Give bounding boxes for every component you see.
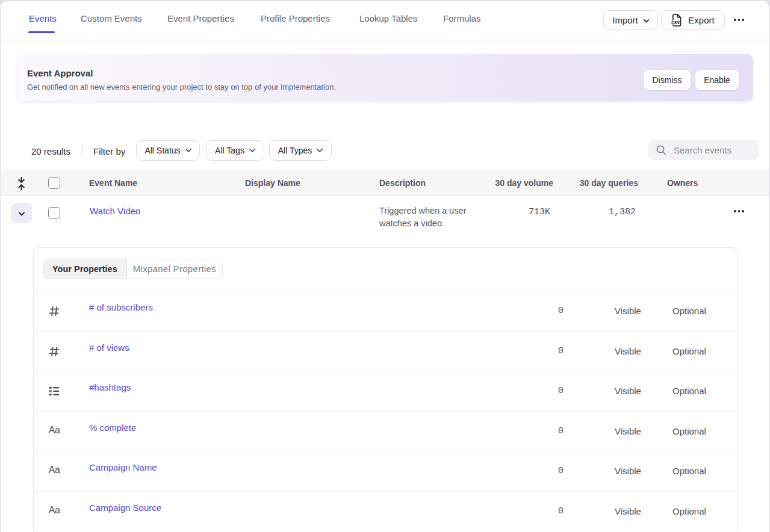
svg-text:csv: csv [671,20,680,25]
